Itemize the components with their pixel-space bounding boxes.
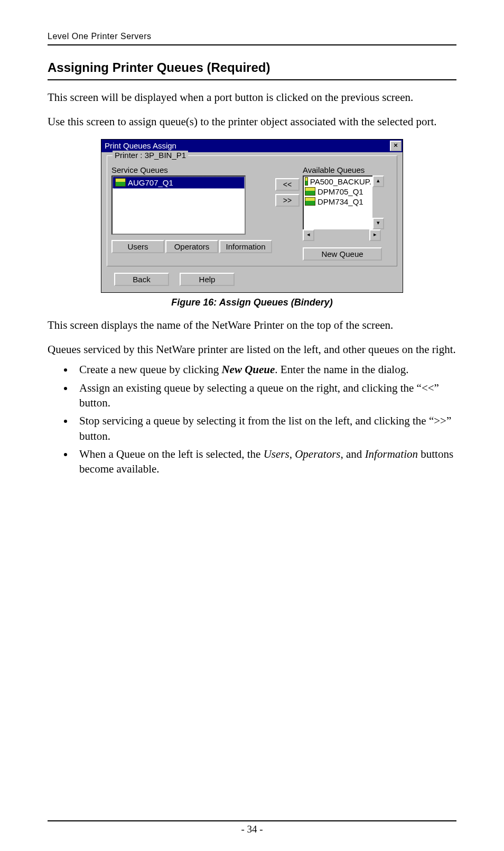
list-item[interactable]: AUG707_Q1 — [113, 177, 245, 189]
text: Create a new queue by clicking — [79, 363, 221, 376]
groupbox-label: Printer : 3P_BIN_P1 — [113, 151, 188, 160]
dialog-title: Print Queues Assign — [105, 141, 176, 150]
information-button[interactable]: Information — [219, 240, 272, 253]
scroll-down-icon[interactable]: ▾ — [372, 218, 384, 229]
available-queues-listbox[interactable]: PA500_BACKUP. DPM705_Q1 DPM734_Q1 — [303, 175, 374, 232]
queue-panels-row: Service Queues AUG707_Q1 Users Operators… — [111, 165, 393, 261]
scroll-left-icon[interactable]: ◂ — [303, 229, 314, 241]
list-item-label: AUG707_Q1 — [128, 178, 173, 187]
bullet-list: Create a new queue by clicking New Queue… — [48, 362, 456, 476]
service-queues-label: Service Queues — [111, 165, 272, 174]
list-item[interactable]: PA500_BACKUP. — [304, 177, 372, 187]
close-icon[interactable]: × — [390, 141, 402, 151]
move-left-button[interactable]: << — [275, 178, 300, 191]
paragraph: This screen displays the name of the Net… — [48, 318, 456, 332]
queue-icon — [115, 178, 126, 187]
text: . Enter the name in the dialog. — [275, 363, 408, 376]
move-right-button[interactable]: >> — [275, 194, 300, 207]
right-button-row: New Queue — [303, 247, 382, 261]
list-item: When a Queue on the left is selected, th… — [74, 447, 456, 477]
emphasis: Information — [365, 448, 418, 460]
scroll-right-icon[interactable]: ▸ — [369, 229, 381, 241]
queue-icon — [305, 197, 315, 206]
vertical-scrollbar[interactable]: ▴ ▾ — [372, 175, 382, 229]
text: and — [343, 448, 365, 460]
back-button[interactable]: Back — [114, 273, 169, 286]
help-button[interactable]: Help — [180, 273, 235, 286]
intro-paragraph-1: This screen will be displayed when a por… — [48, 90, 456, 105]
emphasis: Users, Operators, — [264, 448, 343, 460]
figure-caption: Figure 16: Assign Queues (Bindery) — [48, 297, 456, 308]
users-button[interactable]: Users — [111, 240, 164, 253]
available-queues-listbox-wrap: PA500_BACKUP. DPM705_Q1 DPM734_Q1 — [303, 175, 382, 242]
service-queues-listbox[interactable]: AUG707_Q1 — [111, 175, 246, 235]
intro-paragraph-2: Use this screen to assign queue(s) to th… — [48, 114, 456, 129]
list-item: Stop servicing a queue by selecting it f… — [74, 413, 456, 443]
text: When a Queue on the left is selected, th… — [79, 448, 264, 460]
list-item: Assign an existing queue by selecting a … — [74, 381, 456, 411]
list-item-label: DPM705_Q1 — [318, 187, 363, 196]
left-button-row: Users Operators Information — [111, 240, 272, 253]
paragraph: Queues serviced by this NetWare printer … — [48, 342, 456, 357]
service-queues-panel: Service Queues AUG707_Q1 Users Operators… — [111, 165, 272, 253]
dialog-window: Print Queues Assign × Printer : 3P_BIN_P… — [101, 139, 403, 293]
queue-icon — [305, 187, 315, 196]
operators-button[interactable]: Operators — [165, 240, 218, 253]
move-buttons: << >> — [275, 178, 300, 207]
list-item-label: PA500_BACKUP. — [310, 177, 371, 186]
dialog-client-area: Printer : 3P_BIN_P1 Service Queues AUG70… — [101, 152, 403, 292]
list-item: Create a new queue by clicking New Queue… — [74, 362, 456, 377]
footer-rule — [48, 820, 456, 821]
list-item-label: DPM734_Q1 — [318, 197, 363, 206]
page-number: - 34 - — [0, 824, 504, 835]
available-queues-label: Available Queues — [303, 165, 382, 174]
dialog-bottom-buttons: Back Help — [107, 273, 397, 286]
new-queue-button[interactable]: New Queue — [303, 247, 382, 261]
section-heading: Assigning Printer Queues (Required) — [48, 60, 456, 80]
available-queues-panel: Available Queues PA500_BACKUP. DPM705_Q1 — [303, 165, 382, 261]
printer-groupbox: Printer : 3P_BIN_P1 Service Queues AUG70… — [107, 155, 397, 266]
page: Level One Printer Servers Assigning Prin… — [0, 0, 504, 851]
list-item[interactable]: DPM705_Q1 — [304, 187, 372, 197]
horizontal-scrollbar[interactable]: ◂ ▸ — [303, 229, 381, 239]
list-item[interactable]: DPM734_Q1 — [304, 197, 372, 207]
emphasis: New Queue — [221, 363, 275, 376]
running-header: Level One Printer Servers — [48, 32, 456, 45]
queue-icon — [305, 177, 308, 186]
scroll-up-icon[interactable]: ▴ — [372, 175, 384, 187]
